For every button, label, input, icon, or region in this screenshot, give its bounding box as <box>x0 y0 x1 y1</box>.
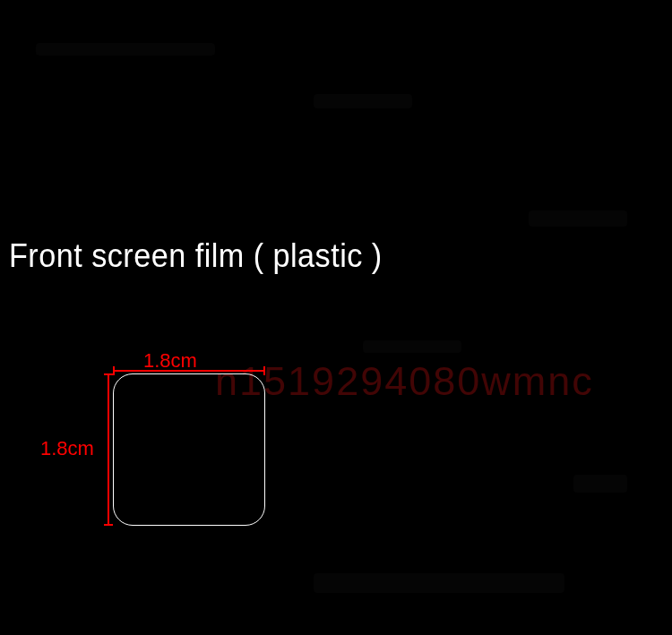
background-smudge <box>363 340 461 353</box>
dimension-height-bar <box>108 373 109 526</box>
dimension-width-bar <box>113 370 265 372</box>
background-smudge <box>529 210 627 227</box>
background-smudge <box>314 94 412 108</box>
product-diagram: Front screen film ( plastic ) n151929408… <box>0 0 672 635</box>
background-smudge <box>314 573 564 593</box>
product-title: Front screen film ( plastic ) <box>9 237 383 275</box>
background-smudge <box>36 43 215 56</box>
background-smudge <box>573 475 627 493</box>
film-outline <box>113 373 265 526</box>
dimension-height-label: 1.8cm <box>40 437 94 460</box>
watermark-text: n1519294080wmnc <box>215 358 594 405</box>
